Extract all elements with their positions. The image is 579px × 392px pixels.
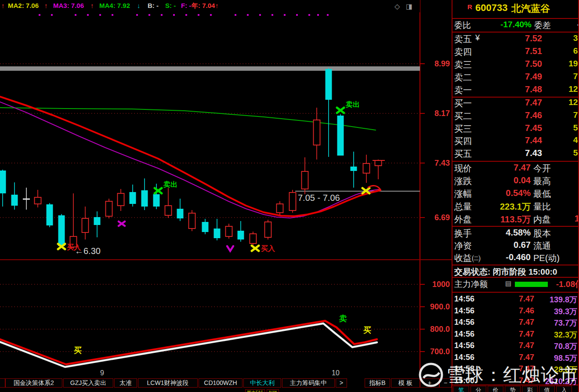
- list-icon[interactable]: ▤: [505, 279, 511, 287]
- ask-level-2-label: 卖二: [454, 72, 472, 83]
- svg-text:卖出: 卖出: [163, 181, 177, 188]
- ask-level-1[interactable]: 卖一7.48120: [452, 84, 578, 97]
- main-net-value: -1.08亿: [539, 279, 578, 290]
- svg-text:买: 买: [363, 326, 371, 334]
- ask-level-4[interactable]: 卖四7.5168: [452, 46, 578, 59]
- bid-level-5[interactable]: 买五7.4354: [452, 148, 578, 161]
- candlestick-chart[interactable]: 8.998.177.436.69卖出卖出买入买入7.05 - 7.06←6.30…: [0, 0, 452, 377]
- tick-time: 14:56: [454, 341, 474, 350]
- fund-value: 4.58%: [478, 228, 531, 238]
- trade-tick-row: 14:567.4732.3万: [452, 330, 578, 340]
- info-label-2: 最低: [533, 188, 551, 200]
- info-row-外盘: 外盘113.5万内盘10: [452, 214, 578, 226]
- ask-level-1-label: 卖一: [454, 84, 472, 96]
- svg-text:买入: 买入: [261, 245, 275, 252]
- fund-label-2: 股本: [533, 228, 551, 240]
- bottom-tab-GZJ买入卖出[interactable]: GZJ买入卖出: [63, 378, 113, 388]
- bid-level-1-volume: 122: [552, 98, 578, 107]
- bid-level-5-price: 7.43: [504, 148, 542, 158]
- tick-price: 7.47: [501, 341, 534, 350]
- bottom-tab-CD100WZH[interactable]: CD100WZH: [199, 378, 242, 388]
- ask-level-5-price: 7.52: [504, 33, 542, 44]
- info-label-2: 内盘: [533, 214, 551, 225]
- svg-text:900.0: 900.0: [430, 302, 450, 311]
- info-value: 7.47: [478, 163, 531, 173]
- bottom-tab-太准[interactable]: 太准: [114, 378, 137, 388]
- info-value: 0.54%: [478, 188, 531, 198]
- tick-price: 7.46: [501, 306, 534, 316]
- svg-text:←6.30: ←6.30: [75, 246, 101, 256]
- ask-level-4-label: 卖四: [454, 46, 472, 58]
- svg-text:700.0: 700.0: [430, 347, 450, 356]
- info-row-涨幅: 涨幅0.54%最低: [452, 188, 578, 201]
- bottom-tab->[interactable]: >: [336, 378, 347, 388]
- weicha-label: 委差: [534, 20, 551, 31]
- bid-level-3-label: 买三: [454, 123, 472, 135]
- stock-name: 北汽蓝谷: [511, 2, 550, 15]
- main-net-label: 主力净额: [454, 279, 488, 290]
- svg-text:8.17: 8.17: [434, 109, 450, 118]
- ask-level-2-price: 7.49: [504, 72, 542, 82]
- tick-volume: 139.8万: [550, 294, 577, 305]
- bid-level-4[interactable]: 买四7.4447: [452, 135, 578, 148]
- fund-label: 收益㈡: [454, 252, 481, 264]
- tick-volume: 70.8万: [554, 341, 577, 352]
- ask-level-3-price: 7.50: [504, 59, 542, 69]
- info-row-现价: 现价7.47今开: [452, 163, 578, 175]
- ask-level-3[interactable]: 卖三7.50192: [452, 59, 578, 72]
- ask-level-1-volume: 120: [552, 84, 578, 94]
- bottom-tab-指标B[interactable]: 指标B: [365, 378, 390, 388]
- info-label-2: 今开: [533, 163, 551, 174]
- ma-header-item-6: ↓: [137, 2, 141, 9]
- ma-header-item-8: S: -: [165, 2, 176, 9]
- ask-level-4-price: 7.51: [504, 46, 542, 56]
- ask-level-2[interactable]: 卖二7.4978: [452, 72, 578, 84]
- xueqiu-logo-icon: [417, 361, 445, 388]
- fund-row-2: 收益㈡-0.460PE(动): [452, 252, 578, 265]
- bid-level-2[interactable]: 买二7.4673: [452, 110, 578, 123]
- ask-level-4-volume: 68: [552, 46, 578, 56]
- tick-price: 7.47: [501, 353, 534, 362]
- split-panel-icon[interactable]: ◨: [406, 2, 413, 11]
- tick-volume: 39.3万: [554, 306, 577, 317]
- info-label: 外盘: [454, 214, 472, 225]
- bid-level-2-price: 7.46: [504, 110, 542, 120]
- ask-level-2-volume: 78: [552, 72, 578, 81]
- tick-price: 7.47: [501, 318, 534, 327]
- diamond-icon[interactable]: ◇: [394, 2, 400, 11]
- bid-level-3[interactable]: 买三7.4551: [452, 123, 578, 136]
- fund-row-0: 换手4.58%股本: [452, 228, 578, 240]
- info-value: 0.04: [478, 175, 531, 185]
- fund-label: 净资: [454, 240, 472, 252]
- ask-level-5[interactable]: 卖五¥7.5230: [452, 33, 578, 46]
- bid-level-4-price: 7.44: [504, 135, 542, 145]
- info-label: 涨跌: [454, 175, 472, 187]
- watermark: 雪球：红烛论市: [417, 361, 579, 388]
- tick-volume: 32.3万: [554, 330, 577, 340]
- info-value: 223.1万: [478, 201, 531, 213]
- svg-text:7.43: 7.43: [434, 159, 450, 167]
- svg-text:卖出: 卖出: [345, 101, 360, 108]
- ma-header-item-10: 年: 7.04: [192, 2, 215, 10]
- tick-price: 7.47: [501, 330, 534, 339]
- main-net-row: 主力净额 ▤ -1.08亿: [452, 279, 578, 291]
- bottom-tab-中长大利[interactable]: 中长大利: [243, 378, 281, 388]
- svg-text:6.69: 6.69: [434, 213, 450, 222]
- trade-tick-row: 14:567.47139.8万: [452, 294, 578, 305]
- bid-level-1[interactable]: 买一7.47122: [452, 98, 578, 110]
- clipped-cell: 创样: [267, 389, 279, 392]
- bottom-tab-模 板[interactable]: 模 板: [391, 378, 420, 388]
- ask-level-1-price: 7.48: [504, 84, 542, 94]
- bottom-tab-LCW1财神波段[interactable]: LCW1财神波段: [138, 378, 198, 388]
- bottom-tab-主力筹码集中[interactable]: 主力筹码集中: [282, 378, 335, 388]
- ask-level-5-volume: 30: [552, 33, 578, 43]
- bid-level-4-label: 买四: [454, 135, 472, 147]
- svg-text:7.05 - 7.06: 7.05 - 7.06: [298, 193, 340, 203]
- fund-label: 换手: [454, 228, 472, 240]
- bottom-tab-国金决策体系2[interactable]: 国金决策体系2: [5, 378, 62, 388]
- svg-text:10: 10: [332, 369, 340, 377]
- info-value-2: 10: [567, 214, 578, 224]
- bottom-tab-stub[interactable]: [0, 378, 5, 388]
- weicha-value: -: [567, 20, 578, 29]
- fund-label-2: PE(动): [533, 252, 560, 264]
